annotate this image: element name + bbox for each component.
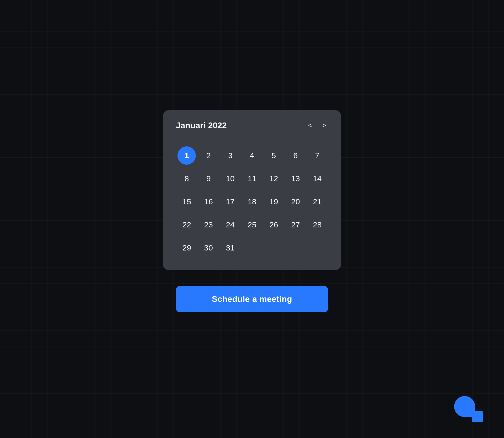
calendar-header: Januari 2022 < >	[176, 121, 328, 130]
prev-month-button[interactable]: <	[306, 121, 314, 130]
calendar-day-29[interactable]: 29	[177, 239, 196, 257]
calendar-day-21[interactable]: 21	[308, 193, 327, 211]
calendar-day-9[interactable]: 9	[199, 169, 218, 188]
logo-shape	[454, 396, 483, 422]
calendar-day-2[interactable]: 2	[199, 146, 218, 165]
calendar-day-17[interactable]: 17	[221, 193, 239, 211]
calendar-day-22[interactable]: 22	[177, 216, 196, 234]
calendar-day-6[interactable]: 6	[286, 146, 305, 165]
calendar-day-12[interactable]: 12	[265, 169, 283, 188]
calendar-divider	[176, 138, 328, 138]
calendar-day-7[interactable]: 7	[308, 146, 327, 165]
logo-decoration	[454, 396, 483, 422]
calendar-day-20[interactable]: 20	[286, 193, 305, 211]
calendar-card: Januari 2022 < > 12345678910111213141516…	[163, 110, 341, 270]
calendar-grid: 1234567891011121314151617181920212223242…	[176, 146, 328, 257]
calendar-day-18[interactable]: 18	[243, 193, 261, 211]
calendar-day-26[interactable]: 26	[265, 216, 283, 234]
calendar-title: Januari 2022	[176, 121, 227, 130]
calendar-day-3[interactable]: 3	[221, 146, 239, 165]
calendar-day-28[interactable]: 28	[308, 216, 327, 234]
calendar-day-11[interactable]: 11	[243, 169, 261, 188]
calendar-day-13[interactable]: 13	[286, 169, 305, 188]
calendar-day-16[interactable]: 16	[199, 193, 218, 211]
calendar-day-8[interactable]: 8	[177, 169, 196, 188]
calendar-day-24[interactable]: 24	[221, 216, 239, 234]
calendar-day-19[interactable]: 19	[265, 193, 283, 211]
calendar-day-23[interactable]: 23	[199, 216, 218, 234]
calendar-day-30[interactable]: 30	[199, 239, 218, 257]
schedule-meeting-button[interactable]: Schedule a meeting	[176, 286, 328, 312]
calendar-day-10[interactable]: 10	[221, 169, 239, 188]
page-center: Januari 2022 < > 12345678910111213141516…	[163, 110, 341, 312]
calendar-day-1[interactable]: 1	[177, 146, 196, 165]
calendar-day-5[interactable]: 5	[265, 146, 283, 165]
next-month-button[interactable]: >	[320, 121, 328, 130]
nav-buttons: < >	[306, 121, 328, 130]
calendar-day-14[interactable]: 14	[308, 169, 327, 188]
calendar-day-27[interactable]: 27	[286, 216, 305, 234]
logo-square-part	[472, 411, 483, 422]
calendar-day-31[interactable]: 31	[221, 239, 239, 257]
calendar-day-15[interactable]: 15	[177, 193, 196, 211]
calendar-day-4[interactable]: 4	[243, 146, 261, 165]
calendar-day-25[interactable]: 25	[243, 216, 261, 234]
